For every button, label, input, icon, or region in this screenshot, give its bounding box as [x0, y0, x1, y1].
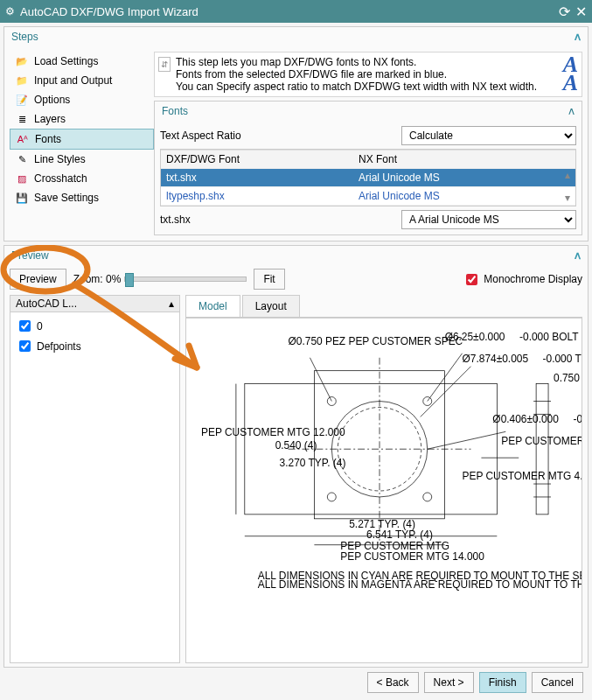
step-line-styles[interactable]: ✎Line Styles: [10, 150, 154, 169]
save-icon: 💾: [15, 191, 29, 205]
col-nx-font[interactable]: NX Font: [353, 150, 563, 169]
svg-text:Ø6.25±0.000
    -0.000
BOLT CI: Ø6.25±0.000 -0.000 BOLT CIRCLE: [445, 331, 582, 343]
svg-text:0.750: 0.750: [554, 372, 580, 384]
layer-panel-header[interactable]: AutoCAD L... ▴: [10, 296, 179, 312]
svg-text:PEP CUSTOMER MTG
0.000
THRU
(4: PEP CUSTOMER MTG 0.000 THRU (4) PLACES: [501, 435, 582, 447]
wizard-footer: < Back Next > Finish Cancel: [367, 672, 583, 693]
steps-list: 📂Load Settings 📁Input and Output 📝Option…: [10, 52, 154, 235]
finish-button[interactable]: Finish: [479, 672, 526, 693]
chevron-up-icon: ʌ: [575, 249, 581, 262]
layer-item[interactable]: 0: [14, 316, 176, 336]
svg-text:Ø0.750 PEZ
PEP CUSTOMER
SPEC: Ø0.750 PEZ PEP CUSTOMER SPEC: [289, 335, 463, 347]
svg-rect-10: [536, 384, 548, 514]
aspect-ratio-select[interactable]: Calculate: [401, 126, 576, 145]
svg-text:6.541
TYP. (4): 6.541 TYP. (4): [366, 528, 433, 541]
drawing-svg: Ø0.750 PEZ PEP CUSTOMER SPEC Ø6.25±0.000…: [186, 318, 582, 662]
step-info: ⇵ This step lets you map DXF/DWG fonts t…: [154, 52, 582, 97]
info-line: You can Specify aspect ratio to match DX…: [176, 80, 553, 93]
crosshatch-icon: ▨: [15, 172, 29, 186]
svg-line-20: [421, 367, 471, 417]
preview-header[interactable]: Preview ʌ: [4, 246, 588, 265]
svg-line-21: [428, 431, 506, 449]
col-dxf-font[interactable]: DXF/DWG Font: [161, 150, 353, 169]
svg-text:Ø0.406±0.000
    -0.000
(4) PL: Ø0.406±0.000 -0.000 (4) PLACES: [492, 413, 582, 425]
cancel-button[interactable]: Cancel: [532, 672, 583, 693]
preview-header-label: Preview: [11, 249, 49, 262]
tab-model[interactable]: Model: [185, 295, 240, 317]
gear-icon: ⚙: [5, 5, 15, 18]
back-button[interactable]: < Back: [367, 672, 419, 693]
svg-text:PEP CUSTOMER MTG
4.501: PEP CUSTOMER MTG 4.501: [463, 470, 582, 482]
svg-point-8: [327, 493, 336, 501]
preview-canvas[interactable]: Ø0.750 PEZ PEP CUSTOMER SPEC Ø6.25±0.000…: [185, 318, 582, 663]
options-icon: 📝: [15, 93, 29, 107]
svg-text:PEP CUSTOMER MTG
14.000: PEP CUSTOMER MTG 14.000: [340, 550, 484, 563]
pencil-icon: ✎: [15, 152, 29, 166]
zoom-label: Zoom: 0%: [73, 273, 122, 285]
steps-header-label: Steps: [11, 31, 38, 43]
fonts-icon: Aᴬ: [16, 132, 30, 146]
next-button[interactable]: Next >: [424, 672, 474, 693]
nx-font-select[interactable]: A Arial Unicode MS: [401, 210, 576, 229]
step-load-settings[interactable]: 📂Load Settings: [10, 52, 154, 71]
step-save-settings[interactable]: 💾Save Settings: [10, 188, 154, 207]
layers-icon: ≣: [15, 112, 29, 126]
undo-icon[interactable]: ⟳: [559, 4, 570, 20]
svg-text:PEP CUSTOMER MTG
12.000: PEP CUSTOMER MTG 12.000: [201, 426, 345, 438]
font-preview-icon: A A: [558, 56, 578, 93]
monochrome-checkbox[interactable]: Monochrome Display: [463, 271, 582, 288]
fit-button[interactable]: Fit: [254, 269, 284, 290]
step-crosshatch[interactable]: ▨Crosshatch: [10, 169, 154, 188]
svg-text:3.270
TYP. (4): 3.270 TYP. (4): [280, 457, 346, 469]
step-options[interactable]: 📝Options: [10, 90, 154, 109]
scrollbar[interactable]: ▴▾: [565, 169, 574, 204]
close-icon[interactable]: ✕: [575, 4, 587, 20]
step-input-output[interactable]: 📁Input and Output: [10, 71, 154, 90]
tab-layout[interactable]: Layout: [242, 295, 300, 317]
chevron-up-icon: ʌ: [575, 31, 581, 43]
hint-icon: ⇵: [158, 57, 171, 72]
title-bar: ⚙ AutoCAD DXF/DWG Import Wizard ⟳ ✕: [0, 0, 592, 23]
svg-text:0.540
(4): 0.540 (4): [275, 439, 317, 452]
font-map-table[interactable]: DXF/DWG FontNX Font txt.shxArial Unicode…: [160, 149, 576, 206]
steps-header[interactable]: Steps ʌ: [4, 27, 588, 46]
chevron-up-icon: ʌ: [568, 105, 575, 117]
preview-panel: Preview ʌ Preview Zoom: 0% Fit Monochrom…: [3, 245, 589, 668]
preview-button[interactable]: Preview: [10, 269, 66, 290]
folder-icon: 📁: [15, 74, 29, 88]
svg-text:Ø7.874±0.005
    -0.000
THRU: Ø7.874±0.005 -0.000 THRU: [463, 353, 582, 365]
svg-point-9: [423, 493, 432, 501]
step-fonts[interactable]: AᴬFonts: [10, 129, 154, 150]
window-title: AutoCAD DXF/DWG Import Wizard: [20, 5, 554, 18]
info-line: This step lets you map DXF/DWG fonts to …: [176, 56, 553, 68]
svg-line-18: [310, 358, 331, 402]
info-line: Fonts from the selected DXF/DWG file are…: [176, 68, 553, 80]
font-row[interactable]: ltypeshp.shxArial Unicode MS: [161, 187, 575, 206]
wrench-icon: 📂: [15, 54, 29, 68]
fonts-group: Fonts ʌ Text Aspect Ratio Calculate DXF/…: [154, 101, 582, 235]
step-layers[interactable]: ≣Layers: [10, 109, 154, 129]
steps-panel: Steps ʌ 📂Load Settings 📁Input and Output…: [3, 26, 589, 242]
sort-icon[interactable]: ▴: [169, 298, 174, 310]
zoom-slider[interactable]: [124, 276, 247, 282]
font-row[interactable]: txt.shxArial Unicode MS: [161, 169, 575, 187]
fonts-group-header[interactable]: Fonts ʌ: [155, 102, 582, 121]
current-dxf-font: txt.shx: [160, 214, 396, 226]
aspect-ratio-label: Text Aspect Ratio: [160, 130, 396, 142]
layer-panel: AutoCAD L... ▴ 0 Defpoints: [10, 295, 180, 663]
layer-item[interactable]: Defpoints: [14, 336, 176, 356]
svg-text:ALL DIMENSIONS IN MAGENTA ARE : ALL DIMENSIONS IN MAGENTA ARE REQUIRED T…: [258, 578, 582, 591]
